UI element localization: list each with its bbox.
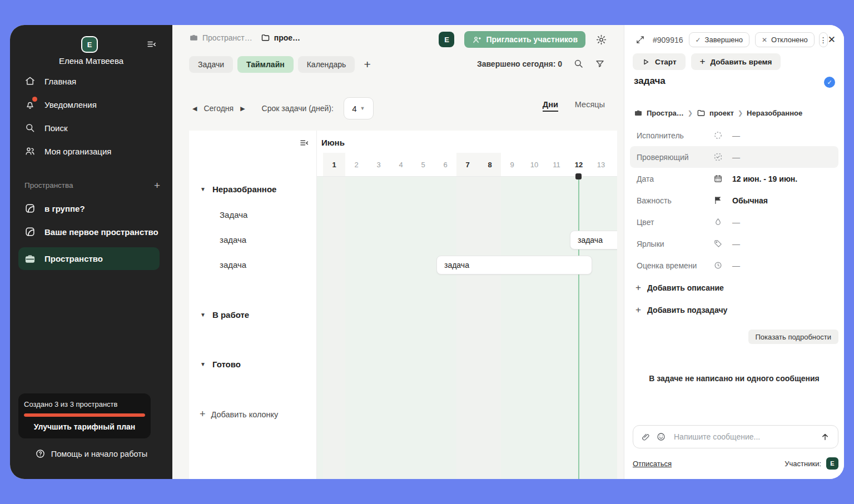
upgrade-plan-button[interactable]: Улучшить тарифный план [24,422,145,431]
tab-calendar[interactable]: Календарь [298,56,355,73]
crumb-project[interactable]: проект [709,109,734,117]
space-icon [24,203,36,214]
today-line [578,177,579,479]
space-item-active[interactable]: Пространство [18,247,160,270]
group-in-progress[interactable]: ▼ В работе [200,310,249,320]
completed-today-label: Завершено сегодня: 0 [477,59,562,68]
breadcrumb-space[interactable]: Пространст… [202,33,252,42]
crumb-space[interactable]: Простра… [647,109,684,117]
sidebar-item-organization[interactable]: Моя организация [10,143,172,159]
task-title[interactable]: задача [634,76,666,87]
today-button[interactable]: Сегодня [203,104,234,113]
field-row-date[interactable]: Дата 12 июн. - 19 июн. [630,168,838,189]
task-bar[interactable]: задача [436,256,592,275]
send-icon[interactable] [820,432,830,442]
panel-header: #909916 ✓ Завершено ✕ Отклонено ⋮ ✕ [624,32,844,47]
member-avatar[interactable]: E [439,32,454,47]
group-done[interactable]: ▼ Готово [200,360,241,369]
field-row-color[interactable]: Цвет — [630,211,838,233]
user-avatar[interactable]: E [81,36,98,53]
field-row-labels[interactable]: Ярлыки — [630,233,838,255]
start-timer-button[interactable]: Старт [633,53,686,70]
space-item[interactable]: Ваше первое пространство [10,224,172,239]
droplet-icon [713,217,728,227]
invite-label: Пригласить участников [486,35,578,44]
crumb-column[interactable]: Неразобранное [747,109,802,117]
list-item[interactable]: задача [220,235,246,244]
add-view-icon[interactable]: + [364,58,370,71]
list-item[interactable]: задача [220,260,246,270]
folder-icon [261,33,270,42]
add-space-icon[interactable]: + [154,180,160,191]
view-months-toggle[interactable]: Месяцы [575,100,605,112]
sidebar-collapse-icon[interactable] [146,39,157,49]
help-link[interactable]: Помощь и начало работы [10,448,172,459]
spaces-list: в группе? Ваше первое пространство Прост… [10,201,172,270]
header-actions: E Пригласить участников [439,31,607,48]
bell-icon [24,99,36,110]
complete-button[interactable]: ✓ Завершено [689,32,749,47]
filter-icon[interactable] [595,59,605,69]
add-description-button[interactable]: + Добавить описание [635,282,724,293]
prev-arrow-icon[interactable]: ◀ [190,105,199,112]
app-window: E Елена Матвеева Главная Уведомления Пои… [10,25,844,479]
task-bar[interactable]: задача [570,231,617,249]
field-row-priority[interactable]: Важность Обычная [630,189,838,211]
caret-down-icon: ▼ [200,361,206,367]
task-id: #909916 [653,36,683,44]
participant-avatar[interactable]: E [826,457,838,470]
invite-members-button[interactable]: Пригласить участников [464,31,585,48]
sidebar-item-home[interactable]: Главная [10,73,172,89]
scale-toggle: Дни Месяцы [543,100,605,112]
more-menu-button[interactable]: ⋮ [819,32,828,47]
tab-timeline[interactable]: Таймлайн [237,56,294,73]
subscribed-check-badge[interactable]: ✓ [824,77,835,88]
collapse-list-icon[interactable] [299,138,309,148]
message-input[interactable]: Напишите сообщение... [633,425,838,448]
day-cell: 8 [479,153,501,176]
breadcrumb-project[interactable]: прое… [274,33,300,42]
weekend-column [456,177,501,479]
day-cell: 6 [434,153,456,176]
spaces-section-header: Пространства + [24,179,160,191]
field-row-assignee[interactable]: Исполнитель — [630,124,838,146]
space-item[interactable]: в группе? [10,201,172,216]
duration-label: Срок задачи (дней): [262,104,334,113]
panel-actions: Старт + Добавить время [633,53,781,70]
view-tabs: Задачи Таймлайн Календарь + [189,56,371,73]
dashed-check-icon [713,152,728,162]
sidebar-item-label: Моя организация [44,147,111,156]
list-item[interactable]: Задача [220,210,247,219]
plus-icon: + [700,56,706,67]
sidebar-item-notifications[interactable]: Уведомления [10,97,172,112]
add-time-button[interactable]: + Добавить время [691,53,781,70]
sidebar-item-label: Главная [44,77,76,86]
next-arrow-icon[interactable]: ▶ [238,105,247,112]
panel-footer: Отписаться Участники: E [633,457,838,470]
show-details-button[interactable]: Показать подробности [748,330,838,344]
sidebar-item-search[interactable]: Поиск [10,120,172,136]
field-row-reviewer[interactable]: Проверяющий — [630,146,838,168]
spaces-title: Пространства [24,181,73,189]
timeline-grid[interactable]: задача задача [317,177,617,479]
duration-select[interactable]: 4 ▼ [344,97,374,119]
question-circle-icon [35,448,46,459]
attach-icon[interactable] [641,432,651,442]
today-marker-handle[interactable] [575,173,582,179]
unsubscribe-link[interactable]: Отписаться [633,460,672,468]
gear-icon[interactable] [595,34,607,46]
add-column-button[interactable]: + Добавить колонку [200,408,278,420]
add-subtask-button[interactable]: + Добавить подзадачу [635,305,727,316]
search-icon[interactable] [573,58,584,69]
close-icon[interactable]: ✕ [828,34,836,46]
group-unsorted[interactable]: ▼ Неразобранное [200,184,276,194]
x-icon: ✕ [762,36,767,44]
emoji-icon[interactable] [656,432,666,442]
tab-tasks[interactable]: Задачи [189,56,233,73]
expand-icon[interactable] [635,35,645,44]
field-row-estimate[interactable]: Оценка времени — [630,255,838,276]
participants-label: Участники: [785,460,821,468]
view-days-toggle[interactable]: Дни [543,100,558,112]
decline-button[interactable]: ✕ Отклонено [755,32,815,47]
user-name: Елена Матвеева [10,56,172,66]
